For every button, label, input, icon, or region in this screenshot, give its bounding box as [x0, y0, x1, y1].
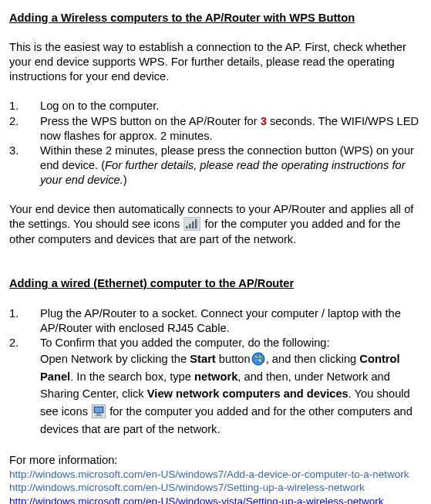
section1-heading: Adding a Wireless computers to the AP/Ro… — [9, 11, 422, 25]
signal-bars-icon — [184, 217, 200, 231]
link-1[interactable]: http://windows.microsoft.com/en-US/windo… — [9, 468, 409, 480]
step-2-text: Press the WPS button on the AP/Router fo… — [40, 114, 422, 144]
step2-1-text: Plug the AP/Router to a socket. Connect … — [40, 306, 422, 336]
step-3: 3. Within these 2 minutes, please press … — [9, 144, 422, 188]
step-3-text: Within these 2 minutes, please press the… — [40, 144, 422, 188]
svg-rect-8 — [258, 356, 261, 358]
link-3[interactable]: http://windows.microsoft.com/en-US/windo… — [9, 496, 383, 504]
svg-rect-1 — [186, 226, 188, 228]
svg-rect-10 — [258, 359, 261, 361]
section1-post: Your end device then automatically conne… — [9, 202, 422, 247]
start-label: Start — [190, 353, 215, 365]
step2-2: 2. To Confirm that you added the compute… — [9, 336, 422, 438]
step-1-text: Log on to the computer. — [40, 99, 422, 113]
svg-rect-2 — [189, 224, 191, 228]
svg-rect-9 — [255, 359, 258, 361]
more-info-label: For more information: — [9, 453, 422, 468]
step2-1: 1. Plug the AP/Router to a socket. Conne… — [9, 306, 422, 336]
start-orb-icon — [251, 352, 265, 366]
wps-seconds: 3 — [261, 115, 267, 127]
link-2[interactable]: http://windows.microsoft.com/en-US/windo… — [9, 482, 365, 493]
step-1: 1. Log on to the computer. — [9, 99, 422, 113]
section1-intro: This is the easiest way to establish a c… — [9, 40, 422, 84]
step2-2-text: To Confirm that you added the computer, … — [40, 336, 422, 438]
computer-icon — [92, 404, 106, 418]
step-2: 2. Press the WPS button on the AP/Router… — [9, 114, 422, 144]
section2-heading: Adding a wired (Ethernet) computer to th… — [9, 276, 422, 291]
svg-rect-14 — [96, 414, 101, 415]
svg-rect-7 — [255, 356, 258, 358]
svg-rect-3 — [192, 222, 194, 228]
svg-rect-15 — [95, 415, 103, 417]
view-network-label: View network computers and devices — [147, 387, 349, 400]
section2-steps: 1. Plug the AP/Router to a socket. Conne… — [9, 306, 422, 438]
svg-rect-13 — [95, 408, 103, 412]
network-label: network — [194, 370, 237, 383]
svg-rect-4 — [195, 219, 197, 228]
section1-steps: 1. Log on to the computer. 2. Press the … — [9, 99, 422, 188]
